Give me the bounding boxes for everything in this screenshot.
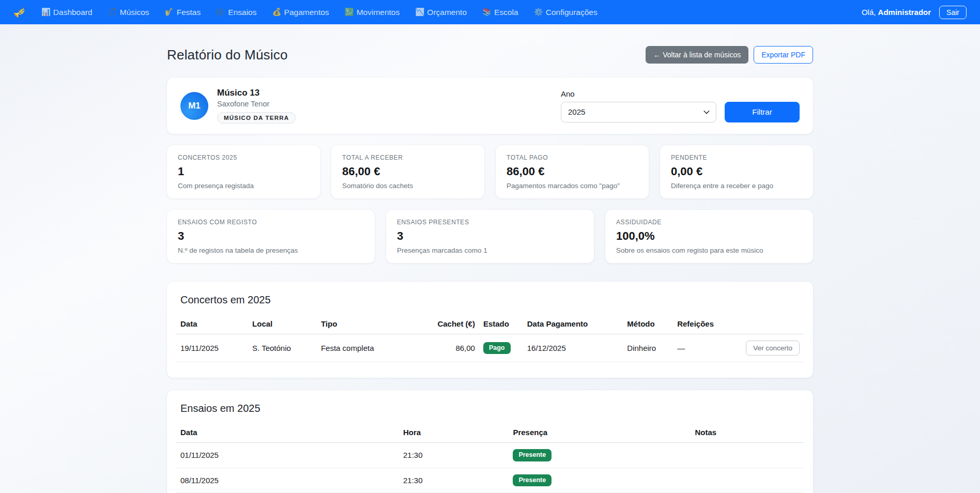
- nav-label-festas: Festas: [177, 8, 201, 17]
- stat-label: TOTAL PAGO: [507, 154, 638, 161]
- rehearsals-header-row: Data Hora Presença Notas: [176, 424, 804, 443]
- year-select[interactable]: 2025: [561, 102, 716, 122]
- stat-card-concertos: CONCERTOS 2025 1 Com presença registada: [167, 145, 320, 198]
- export-pdf-button[interactable]: Exportar PDF: [754, 46, 813, 64]
- nav-item-configuracoes[interactable]: ⚙️ Configurações: [534, 8, 598, 17]
- musician-info: Músico 13 Saxofone Tenor MÚSICO DA TERRA: [217, 88, 296, 124]
- table-row: 08/11/2025 21:30 Presente: [176, 468, 804, 493]
- nav-item-pagamentos[interactable]: 💰 Pagamentos: [272, 8, 329, 17]
- rehearsal-notes: [691, 443, 804, 468]
- nav-label-pagamentos: Pagamentos: [284, 8, 329, 17]
- presence-badge: Presente: [513, 449, 552, 461]
- nav-item-movimentos[interactable]: 💹 Movimentos: [345, 8, 400, 17]
- greeting-username: Administrador: [878, 8, 931, 17]
- nav-item-musicos[interactable]: 🎵 Músicos: [108, 8, 149, 17]
- year-filter-row: 2025 Filtrar: [561, 102, 800, 122]
- stat-value: 86,00 €: [342, 165, 473, 178]
- rehearsals-title: Ensaios em 2025: [180, 403, 800, 414]
- concerts-title: Concertos em 2025: [180, 294, 800, 306]
- nav-label-musicos: Músicos: [120, 8, 149, 17]
- stat-label: CONCERTOS 2025: [178, 154, 309, 161]
- col-header-tipo: Tipo: [317, 315, 429, 334]
- avatar: M1: [180, 92, 208, 120]
- trumpet-logo-icon[interactable]: 🎺: [13, 6, 26, 18]
- status-badge-pago: Pago: [483, 342, 511, 355]
- nav-menu: 📊 Dashboard 🎵 Músicos 🎷 Festas 🎼 Ensaios…: [41, 8, 598, 17]
- chart-increasing-icon: 💹: [345, 8, 354, 17]
- music-note-icon: 🎵: [108, 8, 117, 17]
- logout-button[interactable]: Sair: [939, 6, 967, 19]
- top-navbar: 🎺 📊 Dashboard 🎵 Músicos 🎷 Festas 🎼 Ensai…: [0, 0, 980, 24]
- concert-location: S. Teotónio: [248, 334, 317, 362]
- year-label: Ano: [561, 89, 800, 98]
- concert-payment-date: 16/12/2025: [523, 334, 623, 362]
- concerts-card: Concertos em 2025 Data Local Tipo Cachet…: [167, 282, 813, 378]
- nav-item-escola[interactable]: 📚 Escola: [482, 8, 518, 17]
- nav-item-orcamento[interactable]: 📉 Orçamento: [415, 8, 467, 17]
- nav-item-ensaios[interactable]: 🎼 Ensaios: [216, 8, 256, 17]
- concert-method: Dinheiro: [623, 334, 673, 362]
- stat-card-ensaios-registo: ENSAIOS COM REGISTO 3 N.º de registos na…: [167, 210, 375, 263]
- money-bag-icon: 💰: [272, 8, 281, 17]
- stat-value: 1: [178, 165, 309, 178]
- back-to-musicians-button[interactable]: ← Voltar à lista de músicos: [646, 46, 748, 64]
- stat-label: PENDENTE: [671, 154, 802, 161]
- musician-identity: M1 Músico 13 Saxofone Tenor MÚSICO DA TE…: [180, 88, 296, 124]
- stat-card-pendente: PENDENTE 0,00 € Diferença entre a recebe…: [660, 145, 813, 198]
- concert-meals: —: [673, 334, 742, 362]
- stat-value: 86,00 €: [507, 165, 638, 178]
- stats-row-1: CONCERTOS 2025 1 Com presença registada …: [167, 145, 813, 198]
- stat-subtext: Somatório dos cachets: [342, 182, 473, 190]
- col-header-cachet: Cachet (€): [429, 315, 479, 334]
- header-actions: ← Voltar à lista de músicos Exportar PDF: [646, 46, 813, 64]
- col-header-data-pagamento: Data Pagamento: [523, 315, 623, 334]
- stat-label: ASSIDUIDADE: [616, 219, 802, 226]
- col-header-refeicoes: Refeições: [673, 315, 742, 334]
- rehearsals-card: Ensaios em 2025 Data Hora Presença Notas…: [167, 390, 813, 493]
- stat-label: ENSAIOS COM REGISTO: [178, 219, 364, 226]
- col-header-presenca: Presença: [509, 424, 691, 443]
- col-header-data: Data: [176, 424, 399, 443]
- stat-card-ensaios-presentes: ENSAIOS PRESENTES 3 Presenças marcadas c…: [386, 210, 594, 263]
- saxophone-icon: 🎷: [165, 8, 174, 17]
- rehearsal-date: 08/11/2025: [176, 468, 399, 493]
- concert-fee: 86,00: [429, 334, 479, 362]
- concerts-table: Data Local Tipo Cachet (€) Estado Data P…: [176, 315, 804, 362]
- gear-icon: ⚙️: [534, 8, 543, 17]
- col-header-local: Local: [248, 315, 317, 334]
- stat-card-assiduidade: ASSIDUIDADE 100,0% Sobre os ensaios com …: [605, 210, 813, 263]
- stat-card-total-a-receber: TOTAL A RECEBER 86,00 € Somatório dos ca…: [331, 145, 484, 198]
- musician-name: Músico 13: [217, 88, 296, 98]
- col-header-metodo: Método: [623, 315, 673, 334]
- stat-value: 0,00 €: [671, 165, 802, 178]
- nav-label-orcamento: Orçamento: [427, 8, 467, 17]
- rehearsal-time: 21:30: [399, 443, 509, 468]
- nav-label-dashboard: Dashboard: [53, 8, 93, 17]
- nav-item-dashboard[interactable]: 📊 Dashboard: [41, 8, 93, 17]
- stats-row-2: ENSAIOS COM REGISTO 3 N.º de registos na…: [167, 210, 813, 263]
- year-filter-block: Ano 2025 Filtrar: [561, 89, 800, 122]
- stat-label: ENSAIOS PRESENTES: [397, 219, 583, 226]
- stat-subtext: N.º de registos na tabela de presenças: [178, 246, 364, 254]
- col-header-data: Data: [176, 315, 248, 334]
- musician-summary-card: M1 Músico 13 Saxofone Tenor MÚSICO DA TE…: [167, 78, 813, 134]
- rehearsal-time: 21:30: [399, 468, 509, 493]
- stat-subtext: Diferença entre a receber e pago: [671, 182, 802, 190]
- table-row: 19/11/2025 S. Teotónio Festa completa 86…: [176, 334, 804, 362]
- col-header-estado: Estado: [479, 315, 523, 334]
- col-header-hora: Hora: [399, 424, 509, 443]
- nav-label-configuracoes: Configurações: [546, 8, 598, 17]
- view-concert-button[interactable]: Ver concerto: [746, 341, 800, 356]
- concert-type: Festa completa: [317, 334, 429, 362]
- greeting-prefix: Olá,: [862, 8, 878, 17]
- rehearsal-notes: [691, 468, 804, 493]
- concerts-header-row: Data Local Tipo Cachet (€) Estado Data P…: [176, 315, 804, 334]
- col-header-notas: Notas: [691, 424, 804, 443]
- nav-item-festas[interactable]: 🎷 Festas: [165, 8, 201, 17]
- chart-decreasing-icon: 📉: [415, 8, 424, 17]
- rehearsals-table: Data Hora Presença Notas 01/11/2025 21:3…: [176, 424, 804, 493]
- nav-label-escola: Escola: [494, 8, 518, 17]
- dashboard-chart-icon: 📊: [41, 8, 51, 17]
- filter-button[interactable]: Filtrar: [725, 102, 800, 122]
- rehearsal-date: 01/11/2025: [176, 443, 399, 468]
